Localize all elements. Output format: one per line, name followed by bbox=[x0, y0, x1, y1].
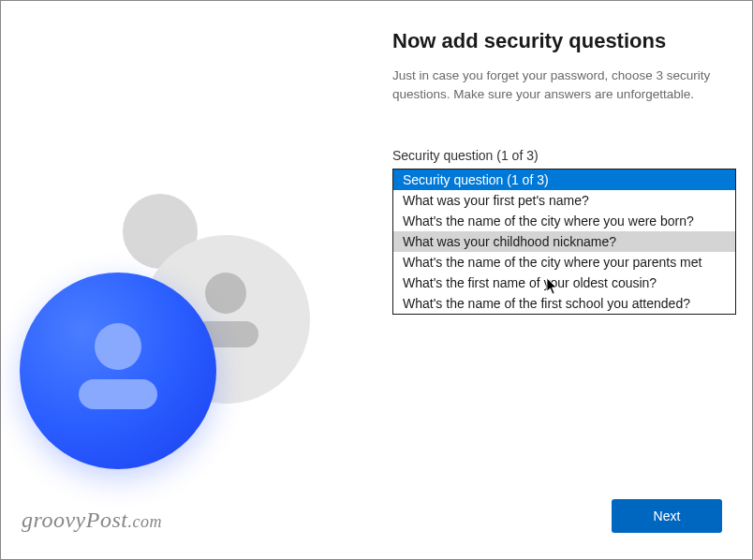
security-question-label: Security question (1 of 3) bbox=[392, 148, 730, 163]
dropdown-option[interactable]: Security question (1 of 3) bbox=[393, 169, 735, 190]
dropdown-option[interactable]: What was your first pet's name? bbox=[393, 190, 735, 211]
watermark: groovyPost.com bbox=[22, 508, 162, 533]
avatar-blue-icon bbox=[20, 273, 216, 469]
main-content: Now add security questions Just in case … bbox=[392, 29, 730, 315]
security-question-dropdown[interactable]: Security question (1 of 3)What was your … bbox=[392, 169, 736, 315]
dropdown-option[interactable]: What's the name of the city where you we… bbox=[393, 211, 735, 231]
dropdown-option[interactable]: What's the name of the city where your p… bbox=[393, 252, 735, 273]
watermark-suffix: .com bbox=[127, 512, 162, 531]
oobe-illustration bbox=[1, 188, 357, 544]
dropdown-option[interactable]: What was your childhood nickname? bbox=[393, 231, 735, 252]
next-button[interactable]: Next bbox=[612, 499, 722, 533]
page-title: Now add security questions bbox=[392, 29, 730, 53]
watermark-brand: groovyPost bbox=[22, 508, 127, 532]
dropdown-option[interactable]: What's the name of the first school you … bbox=[393, 293, 735, 314]
dropdown-option[interactable]: What's the first name of your oldest cou… bbox=[393, 273, 735, 293]
page-subtitle: Just in case you forget your password, c… bbox=[392, 66, 730, 103]
